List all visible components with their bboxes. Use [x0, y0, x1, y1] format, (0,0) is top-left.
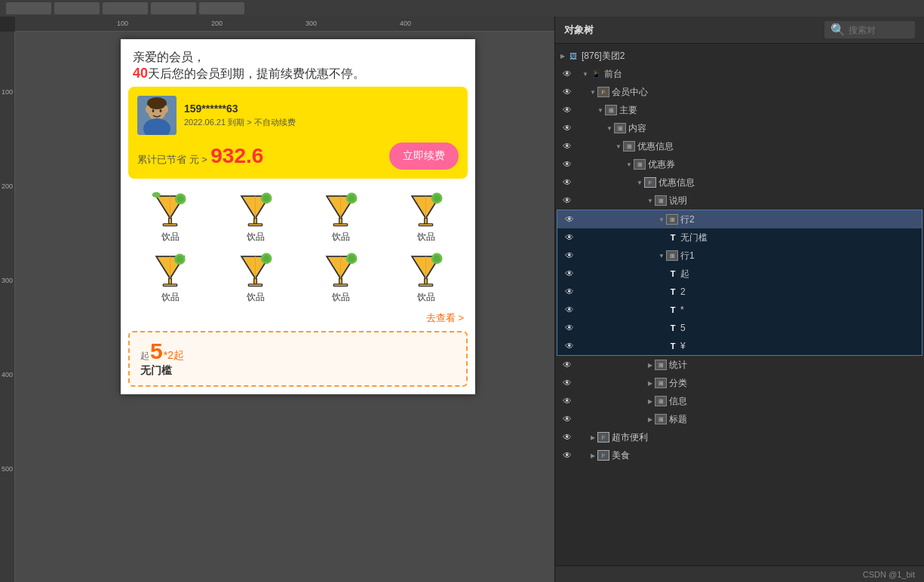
eye-fenlei[interactable]: 👁 — [561, 377, 573, 389]
drink-item-7: 饮品 — [299, 250, 382, 304]
eye-num2[interactable]: 👁 — [563, 286, 576, 298]
eye-youhui[interactable]: 👁 — [561, 140, 573, 152]
member-card: 159******63 2022.06.21 到期 > 不自动续费 累计已节省 … — [128, 87, 468, 179]
eye-shuoming[interactable]: 👁 — [561, 195, 573, 207]
arrow-hang1: ▼ — [657, 251, 666, 260]
drink-label-6: 饮品 — [247, 291, 265, 304]
saving-prefix: 累计已节省 元 > — [137, 154, 207, 165]
tree-item-zhuyao[interactable]: 👁 ▼ ⊞ 主要 — [555, 101, 924, 119]
tree-item-huiyuan[interactable]: 👁 ▼ F 会员中心 — [555, 83, 924, 101]
icon-neirong: ⊞ — [614, 123, 626, 133]
tree-item-youhuiinfo[interactable]: 👁 ▼ F 优惠信息 — [555, 173, 924, 191]
tree-item-biaoti[interactable]: 👁 ▶ ⊞ 标题 — [555, 410, 924, 428]
icon-wumenkao: T — [668, 232, 678, 243]
svg-rect-42 — [248, 284, 262, 286]
eye-zhuyao[interactable]: 👁 — [561, 104, 573, 116]
arrow-chaoshi: ▶ — [588, 433, 597, 442]
svg-point-6 — [147, 97, 167, 109]
tree-item-qiantai[interactable]: 👁 ▼ 📱 前台 — [555, 65, 924, 83]
drink-label-7: 饮品 — [332, 291, 350, 304]
ruler-corner — [0, 17, 15, 32]
svg-point-8 — [164, 106, 168, 113]
renew-button[interactable]: 立即续费 — [389, 142, 459, 170]
top-bar — [0, 0, 924, 17]
label-zhuyao: 主要 — [619, 104, 637, 117]
tree-item-neirong[interactable]: 👁 ▼ ⊞ 内容 — [555, 119, 924, 137]
svg-point-56 — [434, 255, 441, 262]
top-bar-btn-5[interactable] — [199, 2, 244, 14]
avatar — [137, 96, 177, 135]
svg-point-14 — [152, 192, 161, 198]
eye-num5[interactable]: 👁 — [563, 322, 576, 334]
coupon-amount-row: 起 5 *2起 — [140, 340, 456, 363]
eye-star[interactable]: 👁 — [563, 304, 576, 316]
icon-shuoming: ⊞ — [655, 195, 667, 206]
eye-tongji[interactable]: 👁 — [561, 359, 573, 371]
coupon-qi: 起 — [140, 350, 149, 363]
bottom-bar: CSDN @1_bit — [555, 565, 924, 582]
ruler-v-300: 300 — [2, 277, 13, 284]
member-details: 159******63 2022.06.21 到期 > 不自动续费 — [184, 103, 296, 128]
tree-area: ▶ 🖼 [876]美团2 👁 ▼ 📱 前台 👁 ▼ F 会员中心 — [555, 44, 924, 565]
eye-wumenkao[interactable]: 👁 — [563, 231, 576, 244]
top-bar-btn-3[interactable] — [103, 2, 148, 14]
canvas-content: 亲爱的会员， 40天后您的会员到期，提前续费优惠不停。 — [15, 32, 554, 582]
search-input[interactable] — [849, 25, 909, 35]
eye-qi[interactable]: 👁 — [563, 268, 576, 280]
tree-item-root[interactable]: ▶ 🖼 [876]美团2 — [555, 47, 924, 65]
search-box[interactable]: 🔍 — [824, 21, 915, 38]
panel-header: 对象树 🔍 — [555, 17, 924, 44]
eye-biaoti[interactable]: 👁 — [561, 413, 573, 425]
tree-item-star[interactable]: 👁 T * — [557, 301, 922, 319]
coupon-card: 起 5 *2起 无门槛 — [128, 331, 468, 387]
eye-meishi[interactable]: 👁 — [561, 449, 573, 461]
tree-item-fenlei[interactable]: 👁 ▶ ⊞ 分类 — [555, 374, 924, 392]
eye-yen[interactable]: 👁 — [563, 340, 576, 352]
eye-youhuiinfo[interactable]: 👁 — [561, 176, 573, 188]
eye-huiyuan[interactable]: 👁 — [561, 86, 573, 98]
tree-item-num5[interactable]: 👁 T 5 — [557, 319, 922, 337]
view-more[interactable]: 去查看 > — [121, 308, 475, 331]
tree-item-xinxi[interactable]: 👁 ▶ ⊞ 信息 — [555, 392, 924, 410]
tree-item-youhuiquan[interactable]: 👁 ▼ ⊞ 优惠券 — [555, 155, 924, 173]
label-hang1: 行1 — [680, 250, 695, 262]
svg-rect-35 — [169, 279, 172, 284]
icon-star: T — [668, 305, 678, 315]
eye-hang2[interactable]: 👁 — [563, 213, 576, 225]
tree-item-hang1[interactable]: 👁 ▼ ⊞ 行1 — [557, 247, 922, 265]
icon-root: 🖼 — [567, 51, 579, 61]
cocktail-icon-4 — [405, 189, 447, 231]
eye-xinxi[interactable]: 👁 — [561, 395, 573, 407]
eye-youhuiquan[interactable]: 👁 — [561, 158, 573, 170]
eye-hang1[interactable]: 👁 — [563, 250, 576, 262]
eye-chaoshi[interactable]: 👁 — [561, 431, 573, 443]
tree-item-wumenkao[interactable]: 👁 T 无门槛 — [557, 228, 922, 247]
top-bar-btn-2[interactable] — [54, 2, 100, 14]
tree-item-yen[interactable]: 👁 T ¥ — [557, 337, 922, 355]
tree-item-meishi[interactable]: 👁 ▶ F 美食 — [555, 446, 924, 464]
tree-item-num2[interactable]: 👁 T 2 — [557, 283, 922, 301]
label-huiyuan: 会员中心 — [612, 86, 648, 99]
svg-rect-48 — [333, 284, 347, 286]
icon-qi: T — [668, 268, 678, 279]
tree-item-youhui[interactable]: 👁 ▼ ⊞ 优惠信息 — [555, 137, 924, 155]
highlighted-section: 👁 ▼ ⊞ 行2 👁 T 无门槛 👁 ▼ — [557, 210, 922, 356]
top-bar-btn-1[interactable] — [6, 2, 51, 14]
svg-rect-24 — [333, 224, 347, 226]
mobile-header: 亲爱的会员， 40天后您的会员到期，提前续费优惠不停。 — [121, 39, 475, 87]
header-highlight: 40 — [133, 66, 148, 81]
tree-item-qi[interactable]: 👁 T 起 — [557, 265, 922, 283]
tree-item-chaoshi[interactable]: 👁 ▶ F 超市便利 — [555, 428, 924, 446]
tree-item-hang2[interactable]: 👁 ▼ ⊞ 行2 — [557, 210, 922, 228]
top-bar-btn-4[interactable] — [151, 2, 196, 14]
tree-item-shuoming[interactable]: 👁 ▼ ⊞ 说明 — [555, 191, 924, 210]
cocktail-icon-6 — [235, 250, 276, 291]
tree-item-tongji[interactable]: 👁 ▶ ⊞ 统计 — [555, 356, 924, 374]
svg-rect-17 — [254, 219, 257, 224]
icon-youhui: ⊞ — [623, 141, 635, 152]
label-shuoming: 说明 — [669, 195, 687, 207]
eye-neirong[interactable]: 👁 — [561, 122, 573, 134]
label-chaoshi: 超市便利 — [612, 431, 648, 444]
svg-rect-41 — [254, 279, 257, 284]
eye-qiantai[interactable]: 👁 — [561, 68, 573, 80]
